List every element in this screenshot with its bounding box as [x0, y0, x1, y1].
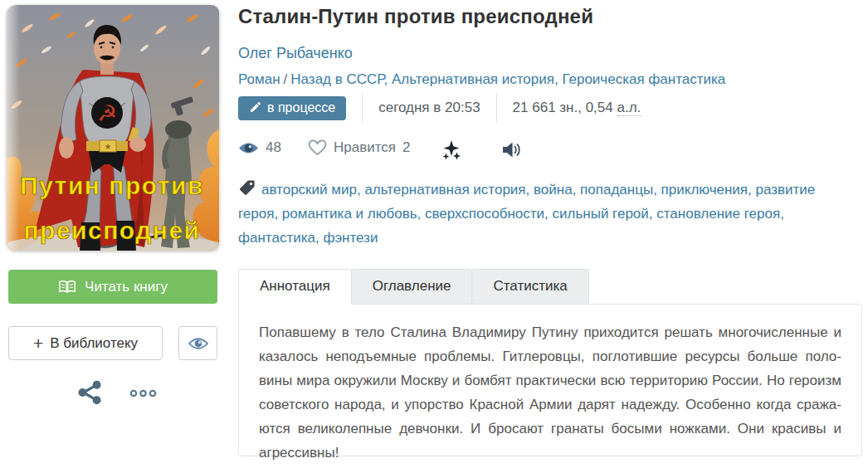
book-cover-art: ☭ ★ Путин против преисподней [7, 5, 219, 251]
ellipsis-icon [129, 388, 157, 398]
eye-icon [238, 141, 259, 155]
awards-button[interactable] [439, 138, 464, 165]
svg-text:Путин против: Путин против [20, 172, 204, 199]
genre-separator: / [284, 71, 288, 87]
text-size: 21 661 зн., 0,54 а.л. [513, 100, 641, 116]
svg-text:☭: ☭ [97, 101, 117, 126]
tag-link[interactable]: авторский мир [261, 182, 364, 197]
open-book-icon [58, 280, 76, 294]
read-book-button[interactable]: Читать книгу [8, 270, 217, 304]
tag-link[interactable]: становление героя [656, 206, 784, 222]
svg-text:преисподней: преисподней [23, 217, 200, 244]
tags-block: авторский миральтернативная историявойна… [238, 178, 842, 250]
tag-link[interactable]: фантастика [238, 230, 323, 246]
tag-link[interactable]: фэнтези [323, 230, 378, 246]
like-button[interactable]: Нравится 2 [308, 139, 410, 156]
plus-icon: + [33, 334, 43, 352]
genres-row: Роман/Назад в СССРАльтернативная история… [238, 71, 725, 88]
add-to-library-button[interactable]: + В библиотеку [8, 326, 163, 360]
status-label: в процессе [267, 100, 335, 115]
divider [362, 93, 363, 123]
tag-link[interactable]: война [534, 182, 580, 197]
tag-link[interactable]: романтика и любовь [282, 206, 425, 222]
meta-row: в процессе сегодня в 20:53 21 661 зн., 0… [238, 93, 641, 123]
likes-count: 2 [402, 139, 410, 156]
author-link[interactable]: Олег Рыбаченко [238, 45, 353, 62]
tag-link[interactable]: альтернативная история [364, 182, 534, 197]
speaker-icon [501, 141, 521, 158]
book-details: Сталин-Путин против преисподней Олег Рыб… [238, 0, 864, 473]
tag-link[interactable]: попаданцы [580, 182, 661, 197]
read-book-label: Читать книгу [85, 279, 168, 295]
heart-icon [308, 139, 327, 156]
watch-button[interactable] [178, 326, 217, 360]
tab-annotation[interactable]: Аннотация [238, 269, 352, 305]
views-counter: 48 [238, 139, 281, 156]
genre-link[interactable]: Назад в СССР [290, 71, 392, 87]
eye-icon [188, 337, 208, 350]
genre-link[interactable]: Героическая фантастика [562, 71, 725, 87]
share-icon [77, 379, 102, 406]
audio-button[interactable] [500, 139, 523, 163]
genre-form-link[interactable]: Роман [238, 71, 280, 87]
svg-text:★: ★ [105, 142, 112, 151]
updated-time: сегодня в 20:53 [378, 100, 480, 116]
pencil-icon [249, 102, 261, 114]
tag-icon [238, 179, 256, 197]
tab-bar: Аннотация Оглавление Статистика [238, 269, 589, 305]
add-to-library-label: В библиотеку [50, 335, 138, 352]
divider [496, 93, 497, 123]
book-cover[interactable]: ☭ ★ Путин против преисподней [7, 5, 219, 251]
stats-row: 48 Нравится 2 [238, 138, 864, 163]
tag-link[interactable]: сверхспособности [425, 206, 553, 222]
views-count: 48 [266, 139, 281, 156]
author-sheets-unit: а.л. [617, 100, 641, 116]
tag-link[interactable]: приключения [661, 182, 756, 197]
likes-label: Нравится [334, 139, 396, 156]
more-options-button[interactable] [129, 387, 157, 402]
tab-contents[interactable]: Оглавление [351, 269, 473, 305]
genre-link[interactable]: Альтернативная история [392, 71, 563, 87]
share-button[interactable] [77, 379, 102, 409]
tag-link[interactable]: сильный герой [553, 206, 657, 222]
tab-statistics[interactable]: Статистика [471, 269, 588, 305]
sparkles-icon [441, 139, 462, 161]
page-title: Сталин-Путин против преисподней [238, 5, 593, 28]
status-badge: в процессе [238, 96, 346, 120]
annotation-text: Попавшему в тело Сталина Владимиру Путин… [239, 305, 861, 473]
book-page: ☭ ★ Путин против преисподней Читать книг… [0, 0, 868, 473]
annotation-panel: Попавшему в тело Сталина Владимиру Путин… [238, 304, 862, 456]
